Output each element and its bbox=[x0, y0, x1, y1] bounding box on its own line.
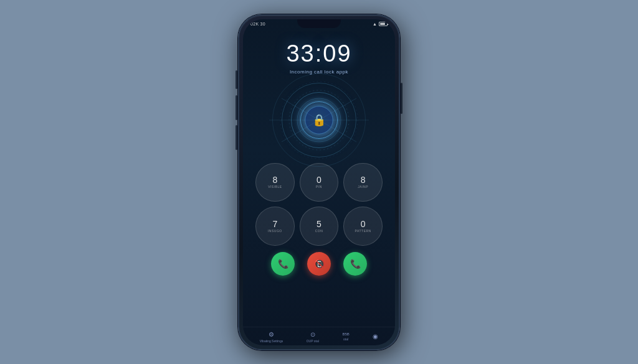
accept-icon-left: 📞 bbox=[278, 259, 288, 269]
phone-body: 02K 30 ▲ 33:09 Incoming call lock appk bbox=[238, 14, 400, 350]
oup-icon: ⊙ bbox=[310, 331, 315, 338]
key-7-insugo[interactable]: 7 Insugo bbox=[255, 207, 295, 246]
key-num-7: 7 bbox=[272, 220, 277, 228]
signal-icon: ▲ bbox=[373, 22, 377, 26]
status-left-text: 02K 30 bbox=[250, 22, 265, 26]
key-8-jainp[interactable]: 8 Jainp bbox=[343, 163, 383, 202]
key-num-8b: 8 bbox=[361, 175, 366, 184]
lock-icon-circle: 🔒 bbox=[305, 106, 333, 134]
key-label-jainp: Jainp bbox=[358, 185, 368, 189]
decline-call-button[interactable]: 📵 bbox=[307, 252, 331, 276]
battery-icon bbox=[379, 22, 388, 26]
status-bar: 02K 30 ▲ bbox=[243, 21, 395, 27]
key-0-pattern[interactable]: 0 Pattern bbox=[343, 207, 383, 246]
lock-icon: 🔒 bbox=[312, 114, 326, 126]
key-num-8a: 8 bbox=[272, 175, 277, 184]
time-display: 33:09 bbox=[286, 40, 351, 67]
battery-fill bbox=[380, 23, 385, 25]
camera-button[interactable] bbox=[236, 125, 237, 150]
accept-call-button-right[interactable]: 📞 bbox=[343, 252, 367, 276]
call-buttons: 📞 📵 📞 bbox=[271, 252, 367, 276]
bottom-item-settings[interactable]: ⚙ Vibating Settings bbox=[260, 331, 283, 343]
keypad: 8 Visible 0 PIN 8 Jainp 7 Insugo 5 Con bbox=[243, 163, 395, 246]
b5b-label: otal bbox=[343, 337, 348, 341]
bottom-item-oup[interactable]: ⊙ OUP otal bbox=[307, 331, 319, 343]
battery-icon-wrapper bbox=[379, 22, 388, 27]
key-num-5: 5 bbox=[317, 220, 321, 228]
settings-icon: ⚙ bbox=[269, 331, 274, 338]
accept-call-button-left[interactable]: 📞 bbox=[271, 252, 295, 276]
volume-down-button[interactable] bbox=[236, 95, 237, 120]
key-label-pin: PIN bbox=[316, 185, 322, 189]
key-5-con[interactable]: 5 Con bbox=[300, 207, 339, 246]
status-right: ▲ bbox=[373, 22, 388, 27]
bottom-item-b5b[interactable]: B5B otal bbox=[342, 332, 349, 341]
power-button[interactable] bbox=[401, 83, 402, 114]
b5b-icon: B5B bbox=[342, 332, 349, 336]
decline-icon: 📵 bbox=[314, 259, 325, 269]
bottom-item-extra[interactable]: ◉ bbox=[373, 333, 378, 341]
lock-area: 🔒 bbox=[269, 80, 369, 161]
key-label-visible: Visible bbox=[268, 185, 282, 189]
key-label-con: Con bbox=[315, 229, 323, 233]
settings-label: Vibating Settings bbox=[260, 339, 283, 343]
key-num-0a: 0 bbox=[317, 175, 321, 184]
phone-container: 02K 30 ▲ 33:09 Incoming call lock appk bbox=[238, 14, 400, 350]
key-num-0b: 0 bbox=[361, 220, 366, 228]
key-label-pattern: Pattern bbox=[355, 229, 371, 233]
extra-icon: ◉ bbox=[373, 333, 378, 340]
key-0-pin[interactable]: 0 PIN bbox=[300, 163, 339, 202]
oup-label: OUP otal bbox=[307, 339, 319, 343]
key-label-insugo: Insugo bbox=[268, 229, 282, 233]
phone-screen: 02K 30 ▲ 33:09 Incoming call lock appk bbox=[243, 19, 395, 345]
accept-icon-right: 📞 bbox=[350, 259, 361, 269]
key-8-visible[interactable]: 8 Visible bbox=[255, 163, 295, 202]
bottom-bar: ⚙ Vibating Settings ⊙ OUP otal B5B otal … bbox=[243, 327, 395, 345]
volume-up-button[interactable] bbox=[236, 70, 237, 89]
